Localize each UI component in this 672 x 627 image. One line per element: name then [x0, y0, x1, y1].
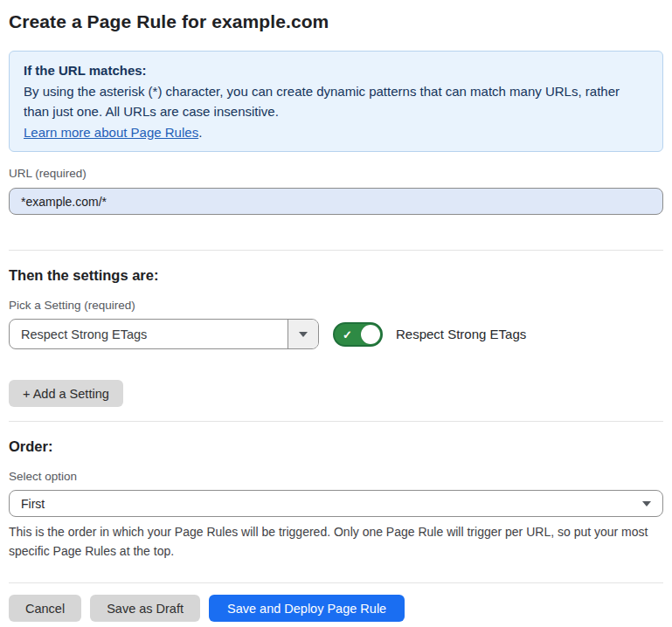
setting-picker-label: Pick a Setting (required) [9, 299, 663, 313]
page-title: Create a Page Rule for example.com [9, 10, 663, 33]
setting-picker-row: Respect Strong ETags ✓ Respect Strong ET… [9, 319, 663, 349]
save-draft-button[interactable]: Save as Draft [90, 595, 200, 622]
info-box-body: By using the asterisk (*) character, you… [24, 81, 648, 122]
info-box-link-line: Learn more about Page Rules. [24, 122, 648, 143]
url-match-info-box: If the URL matches: By using the asteris… [9, 51, 663, 152]
footer-actions: Cancel Save as Draft Save and Deploy Pag… [9, 595, 663, 622]
settings-section-heading: Then the settings are: [9, 267, 663, 284]
add-setting-button[interactable]: + Add a Setting [9, 380, 123, 407]
save-deploy-button[interactable]: Save and Deploy Page Rule [209, 595, 405, 622]
toggle-label: Respect Strong ETags [396, 327, 526, 341]
setting-dropdown[interactable]: Respect Strong ETags [9, 319, 319, 349]
info-box-heading: If the URL matches: [24, 60, 648, 81]
learn-more-link[interactable]: Learn more about Page Rules [24, 125, 198, 140]
section-divider [9, 421, 663, 422]
url-input[interactable] [9, 188, 663, 215]
setting-dropdown-arrow-button[interactable] [288, 320, 318, 348]
order-help-text: This is the order in which your Page Rul… [9, 522, 660, 561]
check-icon: ✓ [343, 328, 352, 340]
respect-strong-etags-toggle[interactable]: ✓ [333, 322, 383, 347]
chevron-down-icon [299, 332, 308, 337]
url-field-label: URL (required) [9, 167, 663, 181]
footer-divider [9, 582, 663, 583]
cancel-button[interactable]: Cancel [9, 595, 81, 622]
toggle-knob [361, 325, 380, 344]
order-section-heading: Order: [9, 438, 663, 455]
chevron-down-icon [642, 501, 651, 506]
order-select-label: Select option [9, 470, 663, 484]
setting-dropdown-value: Respect Strong ETags [10, 320, 288, 348]
page-rule-form: Create a Page Rule for example.com If th… [0, 0, 672, 627]
section-divider [9, 250, 663, 251]
link-suffix: . [198, 125, 202, 140]
order-select-value: First [21, 497, 45, 511]
order-select[interactable]: First [9, 490, 663, 517]
